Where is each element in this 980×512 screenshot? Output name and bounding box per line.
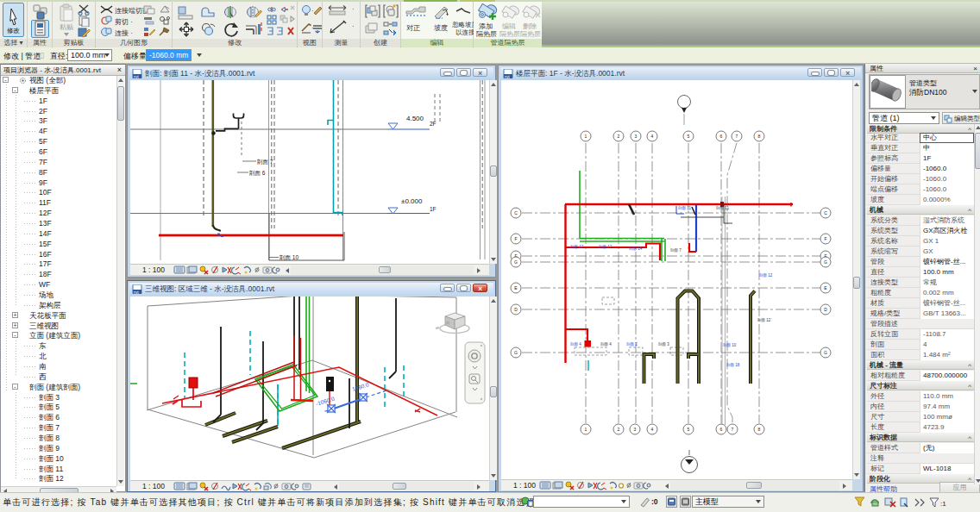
- svg-text:7: 7: [732, 427, 734, 432]
- svg-text:4.500: 4.500: [406, 115, 424, 122]
- svg-text:剖面 3: 剖面 3: [658, 342, 669, 347]
- svg-text:剖面 11: 剖面 11: [678, 206, 691, 210]
- svg-text:rvt: rvt: [134, 74, 139, 79]
- svg-text:3: 3: [634, 427, 637, 432]
- svg-text:剖面 12: 剖面 12: [757, 318, 771, 322]
- svg-text:C: C: [824, 210, 827, 215]
- svg-text:剖面 7: 剖面 7: [670, 248, 682, 253]
- svg-text:±0.000: ±0.000: [401, 197, 423, 205]
- svg-text:F: F: [514, 236, 517, 241]
- svg-text:rvt: rvt: [134, 290, 139, 295]
- svg-text:7: 7: [736, 134, 738, 139]
- svg-text:5: 5: [688, 134, 690, 139]
- svg-text:G: G: [514, 259, 518, 265]
- svg-text:D: D: [514, 307, 518, 312]
- svg-text:剖面 12: 剖面 12: [570, 245, 584, 249]
- svg-text:剖面 14: 剖面 14: [629, 247, 643, 251]
- svg-text:2F: 2F: [430, 121, 437, 127]
- svg-text:剖面 18: 剖面 18: [726, 363, 740, 367]
- svg-text:4: 4: [651, 427, 654, 432]
- svg-text::1: :1: [940, 500, 946, 508]
- svg-text:6: 6: [720, 134, 723, 139]
- svg-text:剖面 2: 剖面 2: [626, 342, 638, 347]
- svg-text:G: G: [514, 350, 518, 355]
- svg-text:C: C: [514, 210, 518, 215]
- svg-text:F: F: [824, 236, 826, 241]
- svg-text:D: D: [824, 307, 827, 312]
- svg-text:1: 1: [585, 134, 587, 139]
- svg-text:剖面 12: 剖面 12: [599, 245, 612, 249]
- svg-text:剖面 10: 剖面 10: [723, 343, 737, 347]
- svg-text:前: 前: [446, 321, 450, 325]
- svg-text:2: 2: [618, 427, 620, 432]
- svg-text:2: 2: [618, 134, 620, 139]
- svg-text:剖面 11: 剖面 11: [716, 206, 729, 210]
- svg-text:剖面 10: 剖面 10: [279, 254, 298, 261]
- svg-text:1060.0: 1060.0: [351, 381, 369, 392]
- svg-text:剖面 6: 剖面 6: [248, 170, 266, 177]
- svg-text:G: G: [824, 350, 827, 355]
- svg-text:5: 5: [688, 427, 690, 432]
- svg-text:G: G: [824, 259, 827, 265]
- svg-text:剖面 12: 剖面 12: [759, 273, 773, 278]
- svg-text:剖面 7: 剖面 7: [256, 159, 273, 165]
- svg-text:8: 8: [758, 134, 761, 139]
- svg-text:1F: 1F: [430, 206, 437, 212]
- svg-text:剖面 4: 剖面 4: [570, 342, 581, 347]
- svg-text:4: 4: [651, 134, 654, 139]
- svg-text:rvt: rvt: [505, 74, 510, 79]
- svg-text:3: 3: [635, 134, 638, 139]
- svg-text:6: 6: [720, 427, 723, 432]
- svg-text:剖面 4: 剖面 4: [600, 342, 612, 347]
- svg-text:1: 1: [585, 427, 587, 432]
- svg-text:8: 8: [758, 427, 761, 432]
